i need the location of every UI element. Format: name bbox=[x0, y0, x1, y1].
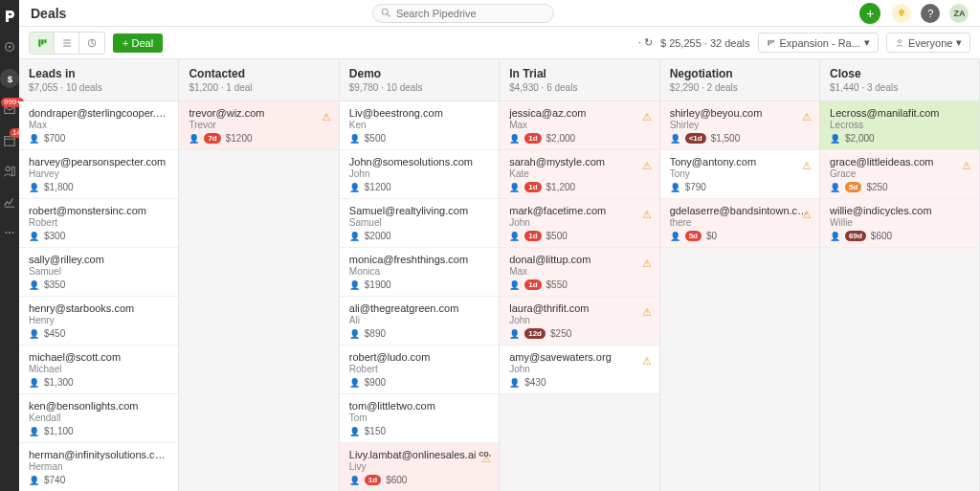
avatar[interactable]: ZA bbox=[949, 4, 969, 23]
deal-card[interactable]: harvey@pearsonspecter.comHarvey👤$1,800 bbox=[19, 150, 178, 199]
deal-card[interactable]: ⚠Tony@antony.comTony👤$790 bbox=[660, 150, 819, 199]
deal-card[interactable]: Samuel@realtyliving.comSamuel👤$2000 bbox=[340, 199, 499, 248]
sidebar: $ 999+ 14 bbox=[0, 0, 19, 491]
deal-card[interactable]: ali@thegreatgreen.comAli👤$890 bbox=[340, 297, 499, 346]
svg-rect-4 bbox=[5, 137, 15, 146]
deal-card[interactable]: robert@monstersinc.comRobert👤$300 bbox=[19, 199, 178, 248]
person-icon: 👤 bbox=[349, 427, 360, 436]
deal-card[interactable]: ⚠shirley@beyou.comShirley👤<1d$1,500 bbox=[660, 101, 819, 150]
person-icon: 👤 bbox=[670, 134, 680, 144]
deal-card[interactable]: ⚠jessica@az.comMax👤1d$2,000 bbox=[500, 101, 658, 150]
deal-card[interactable]: Liv@beestrong.comKen👤$500 bbox=[340, 101, 499, 150]
deal-email: gdelaserre@bandsintown.com bbox=[670, 205, 810, 216]
deal-contact: Grace bbox=[830, 168, 969, 179]
deal-email: henry@starbooks.com bbox=[29, 302, 168, 314]
deal-email: sarah@mystyle.com bbox=[509, 156, 649, 167]
deal-card[interactable]: ⚠mark@facetime.comJohn👤1d$500 bbox=[500, 199, 658, 248]
forecast-view-button[interactable] bbox=[79, 33, 104, 54]
mail-icon[interactable]: 999+ bbox=[1, 101, 18, 119]
deal-card[interactable]: robert@ludo.comRobert👤$900 bbox=[340, 346, 499, 394]
person-icon: 👤 bbox=[29, 378, 39, 388]
deal-amount: $1200 bbox=[226, 133, 253, 144]
svg-rect-21 bbox=[768, 39, 769, 45]
kanban-column: Close$1,440 · 3 dealsLecross@manilafit.c… bbox=[820, 59, 980, 491]
deal-email: robert@monstersinc.com bbox=[29, 205, 168, 216]
deal-contact: John bbox=[509, 364, 649, 374]
svg-point-6 bbox=[6, 167, 10, 170]
column-title: Negotiation bbox=[670, 67, 810, 80]
person-icon: 👤 bbox=[29, 280, 39, 290]
focus-icon[interactable] bbox=[1, 38, 18, 56]
deal-card[interactable]: ken@bensonlights.comKendall👤$1,100 bbox=[19, 394, 178, 443]
deal-card[interactable]: ⚠amy@savewaters.orgJohn👤$430 bbox=[500, 346, 658, 394]
deal-email: trevor@wiz.com bbox=[189, 107, 328, 119]
pipeline-filter[interactable]: Expansion - Ra... ▾ bbox=[758, 33, 879, 53]
pipeline-view-button[interactable] bbox=[30, 33, 55, 54]
search-icon bbox=[380, 7, 391, 18]
reports-icon[interactable] bbox=[1, 193, 18, 211]
deal-contact: Kendall bbox=[29, 413, 168, 423]
owner-filter[interactable]: Everyone ▾ bbox=[886, 33, 970, 53]
deal-card[interactable]: herman@infinitysolutions.comHerman👤$740 bbox=[19, 443, 178, 491]
more-icon[interactable] bbox=[1, 224, 18, 241]
deal-amount: $1200 bbox=[365, 182, 391, 192]
deal-contact: Willie bbox=[830, 217, 969, 228]
deal-amount: $890 bbox=[365, 328, 386, 339]
person-icon: 👤 bbox=[29, 232, 39, 241]
help-icon[interactable]: ? bbox=[921, 4, 940, 23]
person-icon: 👤 bbox=[509, 280, 520, 290]
column-title: In Trial bbox=[509, 67, 649, 80]
list-view-button[interactable] bbox=[55, 33, 79, 54]
svg-rect-23 bbox=[772, 39, 774, 42]
deal-card[interactable]: Lecross@manilafit.comLecross👤$2,000 bbox=[820, 101, 979, 150]
days-tag: <1d bbox=[685, 133, 706, 144]
deal-contact: Samuel bbox=[29, 266, 168, 277]
deal-card[interactable]: ⚠donal@littup.comMax👤1d$550 bbox=[500, 248, 658, 297]
new-deal-button[interactable]: + Deal bbox=[113, 33, 163, 53]
deal-card[interactable]: sally@rilley.comSamuel👤$350 bbox=[19, 248, 178, 297]
deal-card[interactable]: monica@freshthings.comMonica👤$1900 bbox=[340, 248, 499, 297]
days-tag: 1d bbox=[365, 475, 381, 485]
deal-card[interactable]: henry@starbooks.comHenry👤$450 bbox=[19, 297, 178, 346]
deal-card[interactable]: willie@indicycles.comWillie👤69d$600 bbox=[820, 199, 979, 248]
deal-card[interactable]: ⚠co.Livy.lambat@onlinesales.aiLivy👤1d$60… bbox=[340, 443, 499, 491]
deal-card[interactable]: michael@scott.comMichael👤$1,300 bbox=[19, 346, 178, 394]
person-icon: 👤 bbox=[830, 183, 840, 192]
deal-contact: Ken bbox=[349, 120, 489, 130]
svg-point-1 bbox=[9, 46, 11, 49]
bulb-icon[interactable] bbox=[892, 4, 911, 23]
deal-email: mark@facetime.com bbox=[509, 205, 649, 216]
column-title: Contacted bbox=[189, 67, 328, 80]
deal-card[interactable]: John@somesolutions.comJohn👤$1200 bbox=[340, 150, 499, 199]
deals-icon[interactable]: $ bbox=[0, 69, 19, 88]
column-meta: $9,780 · 10 deals bbox=[349, 82, 489, 93]
deal-email: jessica@az.com bbox=[509, 107, 649, 119]
deal-contact: Trevor bbox=[189, 120, 328, 130]
deal-card[interactable]: ⚠gdelaserre@bandsintown.comthere👤5d$0 bbox=[660, 199, 819, 248]
column-meta: $1,200 · 1 deal bbox=[189, 82, 328, 93]
contacts-icon[interactable] bbox=[1, 163, 18, 180]
deal-card[interactable]: ⚠grace@littleideas.comGrace👤5d$250 bbox=[820, 150, 979, 199]
deal-email: harvey@pearsonspecter.com bbox=[29, 156, 168, 167]
refresh-icon[interactable]: · ↻ bbox=[638, 36, 653, 49]
deal-card[interactable]: dondraper@sterlingcooper.comMax👤$700 bbox=[19, 101, 178, 150]
deal-card[interactable]: ⚠trevor@wiz.comTrevor👤7d$1200 bbox=[179, 101, 338, 150]
deal-amount: $430 bbox=[524, 377, 546, 388]
person-icon: 👤 bbox=[509, 378, 520, 388]
deal-card[interactable]: ⚠laura@thrifit.comJohn👤12d$250 bbox=[500, 297, 658, 346]
calendar-icon[interactable]: 14 bbox=[1, 132, 18, 149]
person-icon: 👤 bbox=[29, 329, 39, 339]
add-button[interactable]: + bbox=[859, 3, 880, 24]
deal-card[interactable]: ⚠sarah@mystyle.comKate👤1d$1,200 bbox=[500, 150, 658, 199]
deal-amount: $2,000 bbox=[546, 133, 576, 144]
deal-contact: Robert bbox=[349, 364, 489, 374]
deal-card[interactable]: tom@littletwo.comTom👤$150 bbox=[340, 394, 499, 443]
deal-email: herman@infinitysolutions.com bbox=[29, 449, 168, 460]
person-icon: 👤 bbox=[349, 329, 360, 339]
search-input[interactable] bbox=[372, 4, 554, 23]
days-tag: 69d bbox=[845, 231, 866, 241]
person-icon: 👤 bbox=[509, 134, 520, 144]
deal-email: sally@rilley.com bbox=[29, 254, 168, 265]
svg-rect-15 bbox=[41, 39, 43, 44]
svg-point-9 bbox=[5, 232, 7, 234]
